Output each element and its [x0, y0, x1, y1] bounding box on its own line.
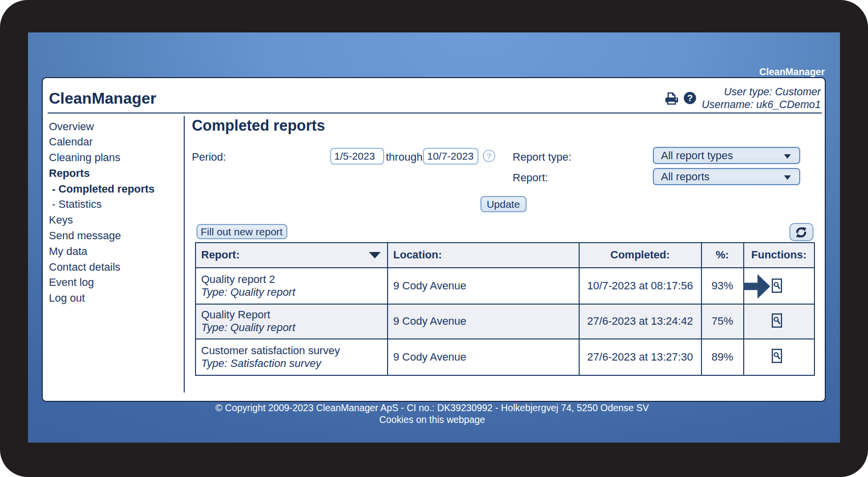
- svg-text:?: ?: [687, 93, 693, 103]
- svg-text:?: ?: [486, 152, 491, 161]
